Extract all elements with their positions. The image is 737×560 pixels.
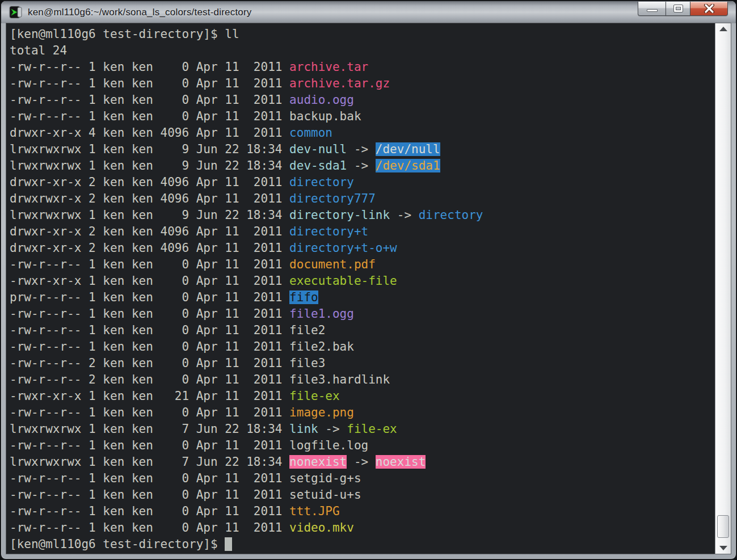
terminal-line: -rw-r--r-- 1 ken ken 0 Apr 11 2011 archi…: [10, 59, 715, 75]
terminal-line: lrwxrwxrwx 1 ken ken 9 Jun 22 18:34 dire…: [10, 207, 715, 224]
terminal-line: lrwxrwxrwx 1 ken ken 9 Jun 22 18:34 dev-…: [10, 158, 715, 174]
terminal-cursor: [225, 537, 232, 551]
scroll-up-icon[interactable]: [719, 27, 727, 31]
close-button[interactable]: [690, 2, 728, 16]
terminal-line: drwxr-xr-x 2 ken ken 4096 Apr 11 2011 di…: [10, 174, 715, 191]
terminal-line: -rw-r--r-- 1 ken ken 0 Apr 11 2011 setgi…: [10, 470, 715, 487]
terminal-line: drwxrwxr-x 2 ken ken 4096 Apr 11 2011 di…: [10, 191, 715, 207]
terminal-line: total 24: [10, 43, 715, 59]
terminal-line: -rw-r--r-- 2 ken ken 0 Apr 11 2011 file3…: [10, 372, 715, 388]
terminal-output[interactable]: [ken@ml110g6 test-directory]$ lltotal 24…: [6, 23, 715, 554]
terminal-line: lrwxrwxrwx 1 ken ken 7 Jun 22 18:34 link…: [10, 421, 715, 437]
terminal-line: drwxr-xr-x 4 ken ken 4096 Apr 11 2011 co…: [10, 125, 715, 141]
terminal-line: -rw-r--r-- 2 ken ken 0 Apr 11 2011 file3: [10, 355, 715, 372]
terminal-line: -rw-r--r-- 1 ken ken 0 Apr 11 2011 audio…: [10, 92, 715, 108]
terminal-line: -rw-r--r-- 1 ken ken 0 Apr 11 2011 file2…: [10, 339, 715, 355]
terminal-line: -rw-r--r-- 1 ken ken 0 Apr 11 2011 archi…: [10, 75, 715, 92]
terminal-line: -rw-r--r-- 1 ken ken 0 Apr 11 2011 docum…: [10, 256, 715, 273]
scrollbar[interactable]: [715, 23, 731, 554]
terminal-line: -rw-r--r-- 1 ken ken 0 Apr 11 2011 setui…: [10, 487, 715, 503]
window-title: ken@ml110g6:~/work/sona_ls_colors/test-d…: [28, 7, 252, 18]
terminal-line: [ken@ml110g6 test-directory]$: [10, 536, 715, 553]
terminal-line: -rw-r--r-- 1 ken ken 0 Apr 11 2011 backu…: [10, 108, 715, 125]
maximize-icon: [674, 5, 683, 12]
terminal-line: -rwxr-xr-x 1 ken ken 21 Apr 11 2011 file…: [10, 388, 715, 405]
scrollbar-thumb[interactable]: [717, 515, 729, 538]
terminal-line: -rwxr-xr-x 1 ken ken 0 Apr 11 2011 execu…: [10, 273, 715, 289]
terminal-line: lrwxrwxrwx 1 ken ken 7 Jun 22 18:34 none…: [10, 454, 715, 470]
terminal-line: -rw-r--r-- 1 ken ken 0 Apr 11 2011 video…: [10, 520, 715, 536]
terminal-line: -rw-r--r-- 1 ken ken 0 Apr 11 2011 file2: [10, 322, 715, 339]
scrollbar-track[interactable]: [715, 33, 731, 544]
putty-app-icon[interactable]: [9, 5, 23, 19]
scroll-down-icon[interactable]: [719, 546, 727, 550]
maximize-button[interactable]: [666, 2, 690, 16]
terminal-line: lrwxrwxrwx 1 ken ken 9 Jun 22 18:34 dev-…: [10, 141, 715, 158]
terminal-line: drwxr-xr-x 2 ken ken 4096 Apr 11 2011 di…: [10, 224, 715, 240]
titlebar[interactable]: ken@ml110g6:~/work/sona_ls_colors/test-d…: [1, 1, 736, 23]
terminal-line: -rw-r--r-- 1 ken ken 0 Apr 11 2011 logfi…: [10, 437, 715, 454]
minimize-button[interactable]: [638, 2, 666, 16]
terminal-line: prw-r--r-- 1 ken ken 0 Apr 11 2011 fifo: [10, 289, 715, 306]
close-icon: [704, 4, 715, 13]
window-controls: [638, 2, 728, 16]
terminal-line: -rw-r--r-- 1 ken ken 0 Apr 11 2011 image…: [10, 405, 715, 421]
terminal-client: [ken@ml110g6 test-directory]$ lltotal 24…: [6, 23, 731, 554]
terminal-line: -rw-r--r-- 1 ken ken 0 Apr 11 2011 file1…: [10, 306, 715, 322]
terminal-line: -rw-r--r-- 1 ken ken 0 Apr 11 2011 ttt.J…: [10, 503, 715, 520]
terminal-line: [ken@ml110g6 test-directory]$ ll: [10, 26, 715, 43]
minimize-icon: [647, 9, 658, 12]
putty-window: ken@ml110g6:~/work/sona_ls_colors/test-d…: [0, 0, 737, 560]
terminal-line: drwxr-xr-x 2 ken ken 4096 Apr 11 2011 di…: [10, 240, 715, 256]
